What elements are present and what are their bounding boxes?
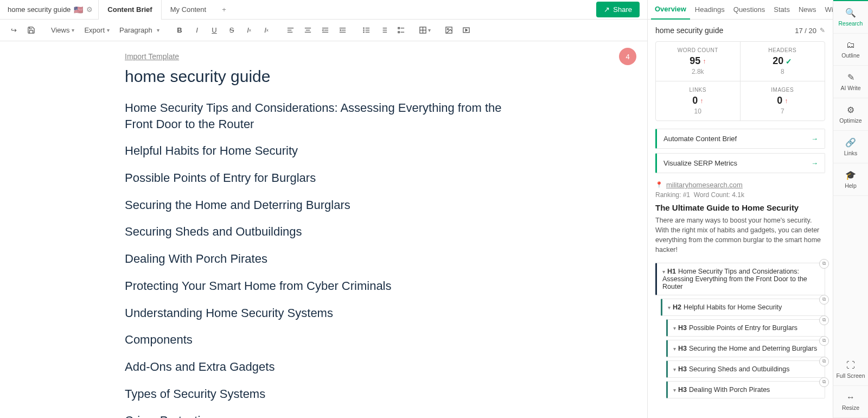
align-left-button[interactable] <box>282 22 298 39</box>
editor-heading[interactable]: Securing the Home and Deterring Burglars <box>125 197 515 213</box>
table-button[interactable]: ▾ <box>417 22 433 39</box>
side-tab-news[interactable]: News <box>795 0 820 20</box>
video-button[interactable] <box>458 22 474 39</box>
redo-button[interactable]: ↪ <box>5 22 22 39</box>
numbered-list-button[interactable] <box>375 22 392 39</box>
side-tab-overview[interactable]: Overview <box>651 0 690 20</box>
editor-heading[interactable]: Protecting Your Smart Home from Cyber Cr… <box>125 278 515 294</box>
editor-heading[interactable]: Crime Protection <box>125 413 515 418</box>
pencil-icon[interactable]: ✎ <box>820 27 825 34</box>
side-tab-stats[interactable]: Stats <box>770 0 794 20</box>
rail-item-full-screen[interactable]: ⛶Full Screen <box>833 354 868 386</box>
editor-heading[interactable]: Add-Ons and Extra Gadgets <box>125 359 515 375</box>
editor-heading[interactable]: Possible Points of Entry for Burglars <box>125 170 515 186</box>
rail-item-help[interactable]: 🎓Help <box>833 163 868 196</box>
rail-label: Full Screen <box>836 372 865 379</box>
chevron-down-icon[interactable]: ▾ <box>673 366 676 372</box>
chevron-down-icon[interactable]: ▾ <box>673 346 676 352</box>
serp-description: There are many ways to boost your home's… <box>655 216 825 255</box>
arrow-right-icon: → <box>811 135 818 143</box>
import-template-link[interactable]: Import Template <box>125 52 179 61</box>
visualize-serp-button[interactable]: Visualize SERP Metrics → <box>655 153 825 173</box>
bold-button[interactable]: B <box>171 22 188 39</box>
document-title[interactable]: home security guide <box>125 67 647 86</box>
rail-item-research[interactable]: 🔍Research <box>833 0 868 34</box>
underline-button[interactable]: U <box>206 22 222 39</box>
copy-icon[interactable]: ⧉ <box>819 357 829 366</box>
add-tab-button[interactable]: + <box>215 5 233 14</box>
editor-heading[interactable]: Understanding Home Security Systems <box>125 305 515 321</box>
clear-format-button[interactable]: Ix <box>258 22 275 39</box>
copy-icon[interactable]: ⧉ <box>819 336 829 346</box>
editor-heading[interactable]: Components <box>125 332 515 348</box>
chevron-down-icon[interactable]: ▾ <box>673 387 676 393</box>
stat-headers: HEADERS 20✓ 8 <box>741 42 825 81</box>
side-tab-headings[interactable]: Headings <box>691 0 729 20</box>
editor-area[interactable]: 4 Import Template home security guide Ho… <box>0 41 647 418</box>
editor-heading[interactable]: Dealing With Porch Pirates <box>125 251 515 267</box>
checklist-button[interactable] <box>393 22 409 39</box>
tab-my-content[interactable]: My Content <box>162 0 215 20</box>
bullet-list-button[interactable] <box>358 22 374 39</box>
rail-label: Help <box>845 182 857 189</box>
rail-item-ai-write[interactable]: ✎AI Write <box>833 66 868 98</box>
rail-item-optimize[interactable]: ⚙Optimize <box>833 98 868 131</box>
editor-heading[interactable]: Helpful Habits for Home Security <box>125 143 515 159</box>
italic-button[interactable]: I <box>189 22 205 39</box>
chevron-down-icon[interactable]: ▾ <box>668 305 671 311</box>
share-button[interactable]: ↗ Share <box>596 2 640 17</box>
outline-item[interactable]: ▾H3Securing Sheds and Outbuildings⧉ <box>666 360 825 378</box>
rail-item-links[interactable]: 🔗Links <box>833 131 868 163</box>
views-dropdown[interactable]: Views▾ <box>47 22 79 39</box>
heading-level: H3 <box>678 386 687 394</box>
editor-heading[interactable]: Securing Sheds and Outbuildings <box>125 224 515 240</box>
copy-icon[interactable]: ⧉ <box>819 377 829 387</box>
outline-text: Securing the Home and Deterring Burglars <box>689 345 817 352</box>
chevron-down-icon[interactable]: ▾ <box>662 269 665 275</box>
copy-icon[interactable]: ⧉ <box>819 315 829 325</box>
rail-label: Outline <box>841 52 859 59</box>
editor-heading[interactable]: Home Security Tips and Considerations: A… <box>125 100 515 132</box>
doc-title-text: home security guide <box>8 5 71 14</box>
svg-point-12 <box>363 28 363 28</box>
side-tab-questions[interactable]: Questions <box>730 0 769 20</box>
italic-slash-button[interactable]: Ix <box>241 22 257 39</box>
heading-level: H3 <box>678 324 687 332</box>
serp-domain-link[interactable]: militaryhomesearch.com <box>666 181 743 189</box>
rail-label: Resize <box>842 404 859 411</box>
outline-item[interactable]: ▾H3Possible Points of Entry for Burglars… <box>666 319 825 337</box>
paragraph-dropdown[interactable]: Paragraph▾ <box>115 22 164 39</box>
outline-item[interactable]: ▾H1Home Security Tips and Considerations… <box>655 263 825 295</box>
rail-label: AI Write <box>840 85 860 91</box>
arrow-up-icon: ↑ <box>784 97 788 105</box>
outline-text: Home Security Tips and Considerations: A… <box>662 268 807 290</box>
rail-icon: ⛶ <box>846 360 855 370</box>
copy-icon[interactable]: ⧉ <box>819 259 829 269</box>
doc-title-area: home security guide 🇺🇸 ⚙ <box>2 5 98 14</box>
image-button[interactable] <box>441 22 457 39</box>
export-dropdown[interactable]: Export▾ <box>80 22 114 39</box>
share-label: Share <box>613 5 632 14</box>
rail-item-resize[interactable]: ↔Resize <box>833 386 868 418</box>
svg-marker-31 <box>465 29 467 31</box>
stat-links: LINKS 0↑ 10 <box>656 81 741 121</box>
editor-heading[interactable]: Types of Security Systems <box>125 386 515 402</box>
outdent-button[interactable] <box>317 22 333 39</box>
strike-button[interactable]: S <box>224 22 240 39</box>
outline-item[interactable]: ▾H3Securing the Home and Deterring Burgl… <box>666 340 825 357</box>
indent-button[interactable] <box>334 22 350 39</box>
outline-item[interactable]: ▾H3Dealing With Porch Pirates⧉ <box>666 381 825 398</box>
copy-icon[interactable]: ⧉ <box>819 295 829 305</box>
outline-item[interactable]: ▾H2Helpful Habits for Home Security⧉ <box>661 299 825 316</box>
save-button[interactable] <box>23 22 39 39</box>
flag-icon: 🇺🇸 <box>74 5 83 14</box>
align-center-button[interactable] <box>299 22 316 39</box>
chevron-down-icon[interactable]: ▾ <box>673 325 676 331</box>
stat-word-count: WORD COUNT 95↑ 2.8k <box>656 42 741 81</box>
tab-content-brief[interactable]: Content Brief <box>98 0 161 20</box>
rail-item-outline[interactable]: 🗂Outline <box>833 34 868 66</box>
gear-icon[interactable]: ⚙ <box>86 5 93 14</box>
heading-level: H3 <box>678 345 687 352</box>
score-badge[interactable]: 4 <box>619 48 636 65</box>
automate-content-brief-button[interactable]: Automate Content Brief → <box>655 129 825 149</box>
